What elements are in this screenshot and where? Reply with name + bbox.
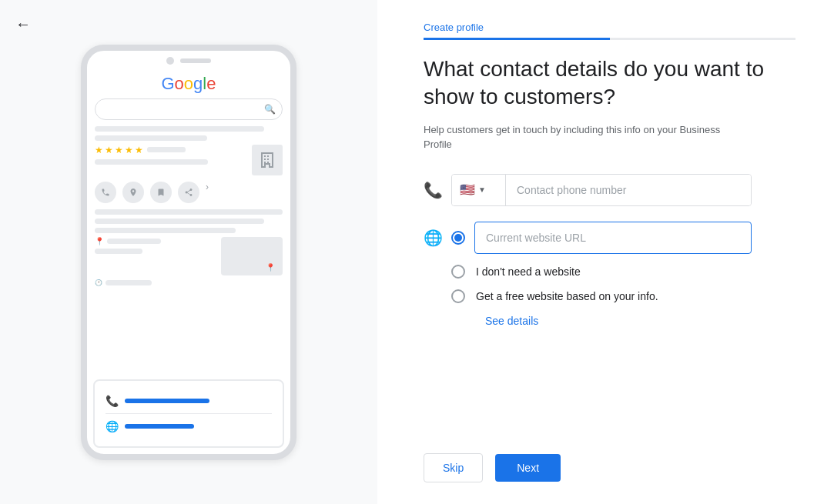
map-pin-icon: 📍 [266, 263, 275, 272]
free-website-radio[interactable] [451, 289, 465, 303]
card-url-line [125, 424, 194, 429]
skip-button[interactable]: Skip [424, 453, 483, 482]
right-panel: Create profile What contact details do y… [377, 0, 834, 504]
time-line [106, 280, 152, 285]
phone-input-group[interactable]: 🇺🇸 ▼ [451, 174, 752, 206]
progress-section: Create profile [424, 22, 795, 40]
website-url-input[interactable] [474, 222, 752, 254]
map-section: 📍 📍 [95, 237, 283, 275]
free-website-label: Get a free website based on your info. [476, 290, 658, 302]
stars-row: ★ ★ ★ ★ ★ [95, 145, 246, 155]
google-logo: Google [95, 74, 283, 94]
stars-text [147, 147, 186, 152]
content-line [95, 135, 207, 141]
star-icon: ★ [135, 145, 143, 155]
buttons-row: Skip Next [424, 453, 795, 482]
card-phone-line [125, 399, 209, 403]
progress-filled [424, 38, 610, 40]
chevron-right-icon: › [206, 182, 209, 203]
see-details-link[interactable]: See details [485, 315, 538, 327]
star-icon: ★ [95, 145, 103, 155]
phone-row-icon: 📞 [424, 181, 442, 199]
business-info: ★ ★ ★ ★ ★ [95, 145, 246, 169]
no-website-option[interactable]: I don't need a website [451, 265, 795, 279]
globe-icon: 🌐 [424, 229, 442, 247]
phone-input-row: 📞 🇺🇸 ▼ [424, 174, 795, 206]
flag-icon: 🇺🇸 [460, 182, 475, 197]
map-preview: 📍 [221, 237, 283, 275]
url-section: 🌐 I don't need a website Get a free webs… [424, 222, 795, 328]
form-section: 📞 🇺🇸 ▼ 🌐 I don't need a web [424, 174, 795, 438]
sub-text: Help customers get in touch by including… [424, 122, 747, 152]
no-website-radio[interactable] [451, 265, 465, 279]
phone-top-bar [87, 51, 290, 69]
main-heading: What contact details do you want to show… [424, 55, 795, 112]
content-line [95, 228, 236, 233]
phone-number-input[interactable] [506, 175, 751, 205]
search-icon: 🔍 [264, 104, 276, 115]
phone-search-bar: 🔍 [95, 98, 283, 120]
card-phone-row: 📞 [106, 389, 272, 413]
building-icon [252, 145, 283, 175]
url-radio-selected[interactable] [451, 231, 465, 245]
star-icon: ★ [105, 145, 113, 155]
phone-speaker [180, 58, 211, 63]
back-button[interactable]: ← [15, 15, 31, 33]
address-line [107, 239, 161, 244]
next-button[interactable]: Next [495, 454, 561, 482]
action-icons-row: › [95, 182, 283, 203]
time-row: 🕐 [95, 279, 283, 286]
phone-action-icon [95, 182, 116, 203]
card-url-row: 🌐 [106, 413, 272, 439]
progress-empty [610, 38, 796, 40]
star-icon: ★ [125, 145, 133, 155]
phone-mockup: Google 🔍 ★ ★ ★ ★ ★ [81, 45, 296, 460]
chevron-down-icon: ▼ [478, 185, 486, 194]
left-panel: ← Google 🔍 ★ ★ ★ ★ [0, 0, 377, 504]
see-details-section: See details [485, 314, 795, 328]
progress-bar [424, 38, 795, 40]
pin-row: 📍 [95, 237, 215, 245]
content-line [95, 219, 264, 224]
bookmark-action-icon [150, 182, 172, 203]
card-globe-icon: 🌐 [106, 420, 119, 432]
tab-label: Create profile [424, 22, 795, 33]
content-line [95, 249, 142, 254]
content-line [95, 126, 264, 132]
clock-icon: 🕐 [95, 279, 102, 286]
card-phone-icon: 📞 [106, 395, 119, 407]
star-icon: ★ [115, 145, 123, 155]
share-action-icon [178, 182, 199, 203]
business-card-area: ★ ★ ★ ★ ★ [95, 145, 283, 175]
pin-icon: 📍 [95, 237, 104, 245]
radio-inner-dot [454, 234, 462, 242]
url-row: 🌐 [424, 222, 795, 254]
location-action-icon [122, 182, 144, 203]
content-line [95, 209, 283, 215]
phone-bottom-card: 📞 🌐 [93, 379, 284, 448]
content-line [95, 159, 208, 165]
country-code-dropdown[interactable]: 🇺🇸 ▼ [452, 175, 506, 205]
no-website-label: I don't need a website [476, 265, 581, 278]
phone-content: Google 🔍 ★ ★ ★ ★ ★ [87, 69, 290, 294]
map-info: 📍 [95, 237, 215, 275]
phone-camera [166, 57, 174, 65]
free-website-option[interactable]: Get a free website based on your info. [451, 289, 795, 303]
